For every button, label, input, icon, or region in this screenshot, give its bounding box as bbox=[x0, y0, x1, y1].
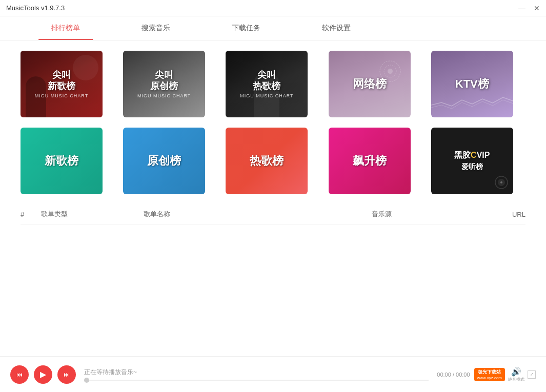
chart-card-rege[interactable]: 尖叫热歌榜 MIGU MUSIC CHART bbox=[226, 51, 308, 117]
chart-grid-row1: 尖叫新歌榜 MIGU MUSIC CHART 尖叫原创榜 MIGU MUSIC … bbox=[21, 51, 525, 117]
tab-ranking[interactable]: 排行榜单 bbox=[21, 16, 111, 40]
app-title: MusicTools v1.9.7.3 bbox=[6, 4, 65, 12]
prev-button[interactable]: ⏮ bbox=[10, 365, 29, 384]
chart-card-yuanchuang2[interactable]: 原创榜 bbox=[123, 128, 205, 194]
player-time: 00:00 / 00:00 bbox=[437, 372, 470, 378]
card4-title: 网络榜 bbox=[353, 77, 387, 91]
close-button[interactable]: ✕ bbox=[534, 5, 540, 12]
tab-settings[interactable]: 软件设置 bbox=[291, 16, 381, 40]
speaker-icon: 🔊 bbox=[511, 367, 521, 377]
th-source: 音乐源 bbox=[372, 210, 464, 219]
chart-card-piaosheng[interactable]: 飙升榜 bbox=[329, 128, 411, 194]
card1-sub: MIGU MUSIC CHART bbox=[35, 93, 88, 98]
card3-sub: MIGU MUSIC CHART bbox=[240, 93, 293, 98]
titlebar: MusicTools v1.9.7.3 — ✕ bbox=[0, 0, 546, 16]
card10-label: 黑胶CVIP爱听榜 bbox=[454, 150, 490, 173]
mute-button[interactable]: 🔊 静音模式 bbox=[508, 367, 524, 382]
th-hash: # bbox=[21, 211, 41, 218]
player-right: 00:00 / 00:00 极光下载站 www.xyz.com 🔊 静音模式 ⤢ bbox=[437, 367, 536, 382]
chart-card-wangluo[interactable]: 网络榜 bbox=[329, 51, 411, 117]
card6-label: 新歌榜 bbox=[45, 154, 78, 169]
card5-title: KTV榜 bbox=[455, 77, 489, 91]
chart-card-rege2[interactable]: 热歌榜 bbox=[226, 128, 308, 194]
nav-tabs: 排行榜单 搜索音乐 下载任务 软件设置 bbox=[0, 16, 546, 40]
card3-title: 尖叫热歌榜 bbox=[253, 70, 280, 92]
watermark-badge: 极光下载站 www.xyz.com bbox=[474, 368, 505, 381]
chart-card-xinge[interactable]: 尖叫新歌榜 MIGU MUSIC CHART bbox=[21, 51, 103, 117]
expand-button[interactable]: ⤢ bbox=[528, 370, 536, 379]
progress-handle[interactable] bbox=[84, 378, 89, 383]
player-controls: ⏮ ▶ ⏭ bbox=[10, 365, 76, 384]
minimize-button[interactable]: — bbox=[518, 5, 525, 12]
player-info: 正在等待播放音乐~ bbox=[84, 368, 429, 381]
progress-bar[interactable] bbox=[84, 380, 429, 381]
play-button[interactable]: ▶ bbox=[34, 365, 52, 384]
chart-card-heijiao[interactable]: 黑胶CVIP爱听榜 bbox=[431, 128, 513, 194]
mute-label: 静音模式 bbox=[508, 377, 524, 382]
card1-title: 尖叫新歌榜 bbox=[48, 70, 75, 92]
card2-title: 尖叫原创榜 bbox=[150, 70, 178, 92]
player-bar: ⏮ ▶ ⏭ 正在等待播放音乐~ 00:00 / 00:00 极光下载站 www.… bbox=[0, 356, 546, 392]
next-button[interactable]: ⏭ bbox=[57, 365, 76, 384]
main-content: 尖叫新歌榜 MIGU MUSIC CHART 尖叫原创榜 MIGU MUSIC … bbox=[0, 40, 546, 356]
player-progress bbox=[84, 380, 429, 381]
chart-card-yuanchuang[interactable]: 尖叫原创榜 MIGU MUSIC CHART bbox=[123, 51, 205, 117]
card7-label: 原创榜 bbox=[147, 154, 181, 169]
player-status: 正在等待播放音乐~ bbox=[84, 368, 429, 377]
chart-grid-row2: 新歌榜 原创榜 热歌榜 飙升榜 黑胶CVIP爱听榜 bbox=[21, 128, 525, 194]
chart-card-xinge2[interactable]: 新歌榜 bbox=[21, 128, 103, 194]
window-controls: — ✕ bbox=[518, 5, 540, 12]
chart-card-ktv[interactable]: KTV榜 bbox=[431, 51, 513, 117]
tab-download[interactable]: 下载任务 bbox=[201, 16, 291, 40]
card8-label: 热歌榜 bbox=[250, 154, 284, 169]
th-name: 歌单名称 bbox=[144, 210, 372, 219]
th-type: 歌单类型 bbox=[41, 210, 144, 219]
th-url: URL bbox=[464, 211, 525, 218]
tab-search[interactable]: 搜索音乐 bbox=[111, 16, 201, 40]
expand-icon: ⤢ bbox=[530, 372, 534, 377]
table-header: # 歌单类型 歌单名称 音乐源 URL bbox=[21, 204, 525, 224]
card9-label: 飙升榜 bbox=[353, 154, 387, 169]
card2-sub: MIGU MUSIC CHART bbox=[137, 93, 191, 98]
svg-point-5 bbox=[500, 181, 502, 183]
